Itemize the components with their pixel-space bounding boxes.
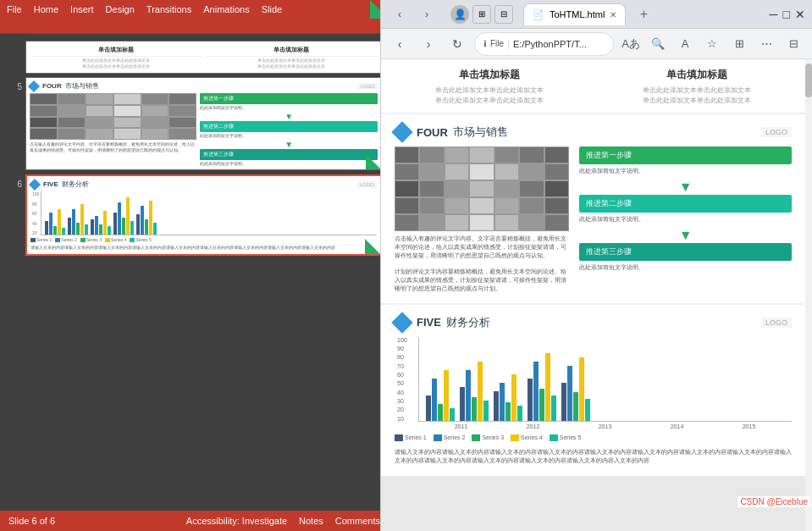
bar-2-2: [72, 209, 75, 235]
extensions-icon[interactable]: ⊞: [472, 5, 491, 24]
finance-title: 财务分析: [446, 315, 490, 330]
address-bar[interactable]: ℹ File | E:/PythonPPT/T...: [474, 32, 614, 56]
bar-grp-2014: [528, 353, 556, 421]
title-col-left-h: 单击填加标题: [395, 68, 585, 82]
slide-num-5: 5: [7, 77, 22, 170]
browser-toolbar: ‹ › ↻ ℹ File | E:/PythonPPT/T... Aあ 🔍 A …: [381, 29, 812, 59]
slide6-header: FIVE 财务分析 LOGO: [30, 180, 377, 189]
x-label-2012: 2012: [527, 423, 540, 429]
browser-slide-market: FOUR 市场与销售 LOGO: [381, 114, 805, 305]
collections-btn[interactable]: ⊞: [727, 32, 751, 56]
browser-tab[interactable]: 📄 ToHTML.html ✕: [523, 3, 626, 25]
slide5-header: FOUR 市场与销售 LOGO: [30, 81, 378, 91]
slide6-triangle: [365, 239, 380, 254]
scrollbar-track: [805, 59, 812, 531]
bar-group-3: [91, 211, 111, 235]
bar-grp-2015: [561, 357, 590, 421]
market-body: 点击输入有趣的评论文字内容。文字语言要精炼概括，避免用长文本空间的论述，给入以真…: [395, 147, 792, 293]
slide-row-6: 6 FIVE 财务分析 LOGO 100: [7, 174, 382, 256]
accessibility-btn[interactable]: Accessibility: Investigate: [186, 516, 287, 526]
menu-file[interactable]: File: [7, 4, 22, 14]
browser-forward-btn[interactable]: ›: [417, 32, 440, 56]
menu-slide[interactable]: Slide: [262, 4, 282, 14]
slide6-num: FIVE: [43, 180, 58, 188]
bar-1-5: [62, 228, 65, 235]
finance-bottom-text: 请输入文本的内容请输入文本的内容请输入文本的内容请输入文本的内容请输入文本的内容…: [395, 448, 792, 466]
step3-sub: 此处添加简短文字说明。: [200, 161, 378, 166]
step1-btn: 推进第一步骤: [200, 93, 378, 104]
menu-transitions[interactable]: Transitions: [146, 4, 191, 14]
b2012-3: [472, 397, 477, 421]
b2015-3: [573, 392, 578, 421]
menu-design[interactable]: Design: [106, 4, 135, 14]
favorites-btn[interactable]: ☆: [700, 32, 724, 56]
comments-btn[interactable]: Comments: [335, 516, 380, 526]
browser-refresh-btn[interactable]: ↻: [445, 32, 469, 56]
slide5-title-label: 市场与销售: [65, 81, 99, 91]
bars-2013: [494, 374, 522, 421]
bar-5-5: [153, 223, 157, 235]
finance-x-labels: 2011 2012 2013 2014 2015: [418, 422, 792, 429]
market-logo: LOGO: [761, 127, 792, 137]
b2015-4: [579, 357, 584, 421]
browser-page: 单击填加标题 单击此处添加文本单击此处添加文本单击此处添加文本单击此处添加文本 …: [381, 59, 812, 476]
step3-btn: 推进第三步骤: [200, 149, 378, 160]
fin-legend-4: Series 4: [511, 434, 543, 441]
ppt-statusbar: Slide 6 of 6 Accessibility: Investigate …: [0, 511, 389, 531]
slide5-logo: LOGO: [358, 83, 378, 90]
minimize-btn[interactable]: ─: [770, 8, 778, 21]
b2011-2: [432, 379, 437, 421]
slide6-corner: [365, 239, 380, 254]
menu-insert[interactable]: Insert: [70, 4, 94, 14]
address-separator: |: [507, 39, 510, 49]
b2014-1: [528, 379, 533, 421]
back-button[interactable]: ‹: [388, 3, 412, 26]
zoom-btn[interactable]: 🔍: [646, 32, 670, 56]
bar-5-2: [141, 206, 144, 235]
b2012-1: [460, 387, 465, 421]
translate-btn[interactable]: Aあ: [619, 32, 643, 56]
bar-5-1: [136, 214, 140, 235]
b2013-3: [505, 402, 511, 421]
address-url: E:/PythonPPT/T...: [513, 39, 587, 49]
menu-home[interactable]: Home: [34, 4, 58, 14]
slide-thumb-5[interactable]: FOUR 市场与销售 LOGO: [25, 77, 382, 170]
browser-content[interactable]: 单击填加标题 单击此处添加文本单击此处添加文本单击此处添加文本单击此处添加文本 …: [381, 59, 812, 531]
scrollbar-thumb[interactable]: [805, 64, 812, 97]
market-steps: 推进第一步骤 此处添加简短文字说明。 ▼ 推进第二步骤 此处添加简短文字说明。 …: [579, 147, 792, 293]
maximize-btn[interactable]: □: [783, 8, 790, 21]
slide5-steps: 推进第一步骤 此处添加简短文字说明。 ▼ 推进第二步骤 此处添加简短文字说明。 …: [200, 93, 378, 166]
step2-sub: 此处添加简短文字说明。: [200, 133, 378, 138]
slide-panel[interactable]: 单击填加标题 单击此处添加文本单击此处添加文本单击此处添加文本单击此处添加文本 …: [0, 34, 389, 511]
forward-button[interactable]: ›: [415, 3, 439, 26]
profile-icon[interactable]: 👤: [450, 5, 469, 24]
browser-titlebar: ‹ › 👤 ⊞ ⊟ 📄 ToHTML.html ✕ +: [381, 0, 812, 29]
title-two-col: 单击填加标题 单击此处添加文本单击此处添加文本单击此处添加文本单击此处添加文本 …: [395, 68, 792, 106]
market-body-text: 点击输入有趣的评论文字内容。文字语言要精炼概括，避免用长文本空间的论述，给入以真…: [395, 235, 569, 293]
menu-animations[interactable]: Animations: [203, 4, 249, 14]
arrow1: ▼: [200, 112, 378, 121]
slide-num-top: [7, 41, 22, 74]
close-btn[interactable]: ✕: [795, 8, 805, 21]
slide-thumb-top[interactable]: 单击填加标题 单击此处添加文本单击此处添加文本单击此处添加文本单击此处添加文本 …: [25, 41, 382, 74]
slide5-body: 点击输入有趣的评论文字内容。文字语言要精炼概括，避免用长文本空间的论述，给入以真…: [30, 93, 378, 166]
notes-btn[interactable]: Notes: [299, 516, 323, 526]
read-aloud-btn[interactable]: A: [673, 32, 697, 56]
bars-2011: [426, 370, 455, 421]
slide-thumb-6[interactable]: FIVE 财务分析 LOGO 100 80 60 40 20: [25, 174, 382, 256]
slide6-chart: [41, 191, 377, 235]
tab-title: ToHTML.html: [550, 9, 605, 19]
tab-close-btn[interactable]: ✕: [610, 10, 616, 19]
sidebar-icon[interactable]: ⊟: [494, 5, 513, 24]
browser-back-btn[interactable]: ‹: [388, 32, 412, 56]
slide5-corner: [366, 154, 381, 169]
sidebar-toggle-btn[interactable]: ⊟: [782, 32, 805, 56]
bar-group-1: [45, 209, 65, 235]
new-tab-button[interactable]: +: [634, 5, 653, 24]
settings-btn[interactable]: ⋯: [754, 32, 778, 56]
fin-legend-2: Series 2: [434, 434, 466, 441]
slide5-diamond: [28, 80, 40, 91]
b2013-4: [511, 374, 516, 421]
fs-arrow1: ▼: [579, 179, 792, 195]
slide5-triangle: [366, 154, 381, 169]
